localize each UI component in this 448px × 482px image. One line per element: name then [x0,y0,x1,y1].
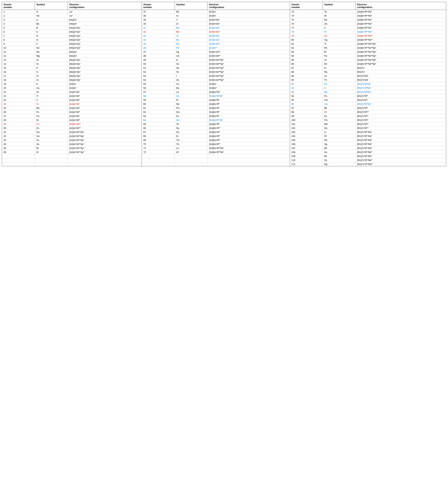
electron-config-col3: [Xe]6s²4f¹⁴5d⁴ [356,14,446,18]
electron-config-col3: [Rn]7s²5f¹¹ [356,114,446,118]
symbol-col1: Na [35,50,68,54]
atomic-number-col1 [2,162,35,166]
symbol-col2: Tc [175,34,208,38]
electron-config-col1: [Ar]4s²3d¹⁰4p² [68,134,142,138]
electron-config-col3: [Rn]7s²5f³6d¹ [356,86,446,90]
electron-config-col1: [He]2s²2p² [68,30,142,34]
atomic-number-col2: 37 [142,10,175,14]
symbol-col1: Mn [35,106,68,110]
symbol-col3: At [323,58,356,62]
atomic-number-col2: 39 [142,18,175,22]
electron-config-col2 [208,154,290,158]
symbol-col3: Pu [323,94,356,98]
electron-config-col1: [Ne]3s²3p⁴ [68,70,142,74]
atomic-number-col3: 100 [290,118,323,122]
electron-config-col1 [68,154,142,158]
atomic-number-col3: 90 [290,78,323,82]
electron-config-col2: [Kr]5s¹4d⁵ [208,30,290,34]
symbol-col2: Eu [175,114,208,118]
symbol-col2: Pm [175,106,208,110]
atomic-number-col1: 5 [2,26,35,30]
electron-config-col2: [Kr]5s²4d¹ [208,18,290,22]
symbol-col2: Tb [175,122,208,126]
symbol-col2: Mo [175,30,208,34]
electron-config-col3: [Rn]7s²5f⁶ [356,94,446,98]
atomic-number-col2: 59 [142,98,175,102]
atomic-number-col1: 21 [2,90,35,94]
symbol-col3: Bh [323,146,356,150]
atomic-number-col3: 84 [290,54,323,58]
atomic-number-col3: 79 [290,34,323,38]
symbol-col2: In [175,58,208,62]
atomic-number-col3: 80 [290,38,323,42]
symbol-col1: Li [35,18,68,22]
symbol-col2: Ba [175,86,208,90]
atomic-number-col2: 56 [142,86,175,90]
electron-config-col2: [Kr]5s²4d¹⁰5p⁴ [208,70,290,74]
symbol-col2: Gd [175,118,208,122]
electron-config-col1: [Ne]3s²3p⁵ [68,74,142,78]
atomic-number-col2: 69 [142,138,175,142]
atomic-number-col1: 14 [2,62,35,66]
symbol-col3: Pb [323,46,356,50]
atomic-number-col2: 67 [142,130,175,134]
electron-config-col3: [Rn]7s²5f¹³ [356,122,446,126]
electron-config-col2: [Kr]5s²4d¹⁰5p⁵ [208,74,290,78]
electron-config-col1: [Ar]4s²3d¹⁰4p⁶ [68,150,142,154]
atomic-number-col2: 41 [142,26,175,30]
atomic-number-col2: 65 [142,122,175,126]
atomic-number-col3: 88 [290,70,323,74]
atomic-number-col3: 92 [290,86,323,90]
symbol-col1: Zn [35,126,68,130]
electron-config-col1: [Ar]4s²3d¹⁰4p⁴ [68,142,142,146]
electron-config-col3: [Rn]7s²5f¹⁰ [356,110,446,114]
symbol-col1: Be [35,22,68,26]
atomic-number-col2: 52 [142,70,175,74]
symbol-col3: Po [323,54,356,58]
electron-config-col3: [Rn]7s²5f¹⁴6d² [356,134,446,138]
atomic-number-col2: 44 [142,38,175,42]
symbol-col2: Hf [175,150,208,154]
atomic-number-col2: 42 [142,30,175,34]
electron-config-col3: [Xe]6s²4f¹⁴5d¹⁰6p⁵ [356,58,446,62]
electron-config-col1: [Ar]4s² [68,86,142,90]
electron-config-col1: 1s² [68,14,142,18]
atomic-number-col1: 19 [2,82,35,86]
atomic-number-col2: 62 [142,110,175,114]
electron-config-col2: [Kr]5s²4d¹⁰5p² [208,62,290,66]
symbol-col3: Db [323,138,356,142]
header-electron-config-1: Electronconfiguration [68,2,142,10]
atomic-number-col3: 91 [290,82,323,86]
electron-config-col3: [Rn]7s²5f¹⁴6d⁴ [356,142,446,146]
electron-config-col2: [Xe]6s²4f⁴ [208,102,290,106]
symbol-col1 [35,154,68,158]
atomic-number-col3: 73 [290,10,323,14]
electron-config-col1: [He]2s²2p⁴ [68,38,142,42]
electron-config-col2: [Xe]6s²4f³ [208,98,290,102]
atomic-number-col3: 82 [290,46,323,50]
symbol-col2: Ru [175,38,208,42]
atomic-number-col3: 75 [290,18,323,22]
electron-config-col3: [Xe]6s¹4f¹⁴5d¹⁰ [356,34,446,38]
symbol-col1: Ar [35,78,68,82]
symbol-col1: V [35,98,68,102]
symbol-col1: Ge [35,134,68,138]
electron-config-col2: [Kr]5s² [208,14,290,18]
electron-config-col1: [Ar]4s²3d⁸ [68,118,142,122]
symbol-col2: Xe [175,78,208,82]
symbol-col3: Rf [323,134,356,138]
symbol-col1: H [35,10,68,14]
electron-config-col1: [Ar]4s²3d¹ [68,90,142,94]
symbol-col3: Fr [323,66,356,70]
electron-config-col3: [Rn]7s²5f⁹ [356,106,446,110]
atomic-number-col3: 94 [290,94,323,98]
symbol-col3: Os [323,22,356,26]
electron-config-col2: [Xe]6s²4f¹¹ [208,130,290,134]
atomic-number-col3: 96 [290,102,323,106]
atomic-number-col1: 27 [2,114,35,118]
electron-config-col2: [Kr]5s²4d¹⁰5p¹ [208,58,290,62]
symbol-col3: Sg [323,142,356,146]
symbol-col3: Re [323,18,356,22]
atomic-number-col3: 87 [290,66,323,70]
symbol-col2: Te [175,70,208,74]
